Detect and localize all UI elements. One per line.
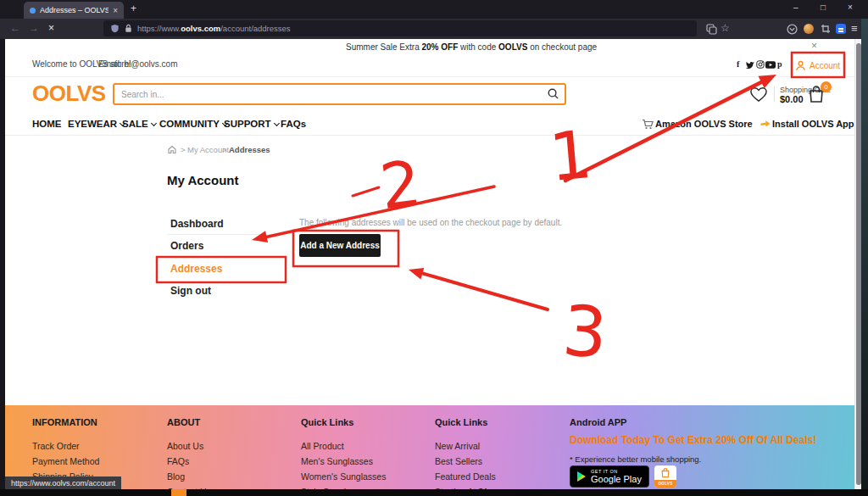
divider xyxy=(774,86,775,102)
chevron-down-icon xyxy=(274,120,280,126)
account-button[interactable]: Account xyxy=(795,56,843,75)
footer-link-payment-method[interactable]: Payment Method xyxy=(32,456,99,466)
pointing-hand-icon xyxy=(760,120,771,129)
sidebar-item-orders[interactable]: Orders xyxy=(170,240,203,252)
footer-column-quick-links-2: Quick Links New Arrival Best Sellers Fea… xyxy=(435,417,562,496)
translate-extension-icon[interactable] xyxy=(836,24,846,34)
desktop-edge xyxy=(861,19,868,496)
menu-hamburger-icon[interactable]: ≡ xyxy=(851,22,858,35)
email-text: Email: hi@oolvs.com xyxy=(98,59,178,69)
oolvs-bag-icon xyxy=(660,467,670,478)
status-url-tooltip: https://www.oolvs.com/account xyxy=(5,476,121,489)
footer-app-promo: Download Today To Get Extra 20% Off Of A… xyxy=(570,434,816,446)
scrollbar[interactable] xyxy=(854,39,861,489)
banner-discount: 20% OFF xyxy=(421,42,458,52)
facebook-icon[interactable]: f xyxy=(737,60,739,69)
search-input[interactable] xyxy=(114,85,565,103)
instagram-icon[interactable] xyxy=(756,60,765,69)
pinterest-icon[interactable]: p xyxy=(777,60,782,69)
google-play-badge[interactable]: GET IT ON Google Play xyxy=(570,465,649,488)
twitter-icon[interactable] xyxy=(745,61,754,69)
tab-title: Addresses – OOLVS xyxy=(40,6,108,14)
bookmark-star-icon[interactable]: ☆ xyxy=(721,22,730,34)
profile-avatar-icon[interactable] xyxy=(804,24,814,34)
footer-link-blog[interactable]: Blog xyxy=(167,471,185,482)
tab-bar: Addresses – OOLVS × + – □ × xyxy=(0,0,868,19)
oolvs-badge-label: OOLVS xyxy=(654,480,676,488)
url-bar[interactable]: https://www.oolvs.com/account/addresses xyxy=(103,20,697,36)
footer-link-womens-sunglasses[interactable]: Women's Sunglasses xyxy=(301,471,386,482)
sidebar-item-addresses[interactable]: Addresses xyxy=(170,263,222,275)
nav-item-faqs[interactable]: FAQs xyxy=(281,119,306,129)
taskbar-strip xyxy=(0,489,868,496)
translate-page-icon[interactable] xyxy=(706,24,717,35)
tracking-shield-icon[interactable] xyxy=(110,24,120,33)
banner-close-icon[interactable]: × xyxy=(811,40,817,52)
window-minimize-button[interactable]: – xyxy=(793,3,798,12)
add-new-address-button[interactable]: Add a New Address xyxy=(299,234,381,257)
taskbar-accent xyxy=(171,489,186,496)
forward-button[interactable]: → xyxy=(29,23,39,33)
youtube-icon[interactable] xyxy=(765,61,776,69)
footer-column-quick-links-1: Quick Links All Product Men's Sunglasses… xyxy=(301,417,428,496)
browser-window: Addresses – OOLVS × + – □ × ← → × https:… xyxy=(0,0,868,496)
sidebar-item-dashboard[interactable]: Dashboard xyxy=(170,218,224,230)
footer-link-best-sellers[interactable]: Best Sellers xyxy=(435,456,482,466)
footer-link-about-us[interactable]: About Us xyxy=(167,441,203,451)
breadcrumb-separator: > xyxy=(181,145,186,154)
promo-banner: Summer Sale Extra 20% OFF with code OOLV… xyxy=(346,42,597,52)
nav-item-community[interactable]: COMMUNITY xyxy=(159,119,227,129)
footer-column-title: Quick Links xyxy=(301,417,428,427)
search-icon[interactable] xyxy=(547,87,559,100)
divider xyxy=(167,256,281,257)
oolvs-app-badge[interactable]: OOLVS xyxy=(654,465,676,488)
cart-count-badge: 0 xyxy=(821,81,832,92)
nav-item-support[interactable]: SUPPORT xyxy=(224,119,279,129)
footer-app-title: Android APP xyxy=(570,417,626,427)
nav-item-label: SUPPORT xyxy=(224,119,271,129)
site-logo[interactable]: OOLVS xyxy=(32,82,106,104)
sidebar-item-sign-out[interactable]: Sign out xyxy=(170,285,211,297)
url-text: https://www.oolvs.com/account/addresses xyxy=(137,24,291,33)
google-play-label: Google Play xyxy=(591,474,642,484)
footer-column-about: ABOUT About Us FAQs Blog Contact Us xyxy=(167,417,294,496)
install-app-link[interactable]: Install OOLVS App xyxy=(772,119,854,129)
footer-link-new-arrival[interactable]: New Arrival xyxy=(435,441,480,451)
browser-tab[interactable]: Addresses – OOLVS × xyxy=(24,2,124,19)
footer-link-all-product[interactable]: All Product xyxy=(301,441,344,451)
new-tab-button[interactable]: + xyxy=(131,3,136,14)
stop-loading-button[interactable]: × xyxy=(48,23,54,33)
nav-item-eyewear[interactable]: EYEWEAR xyxy=(68,119,125,129)
footer-link-mens-sunglasses[interactable]: Men's Sunglasses xyxy=(301,456,373,466)
google-play-get-it-on: GET IT ON xyxy=(591,469,642,475)
account-label: Account xyxy=(810,61,840,70)
breadcrumb-separator: > xyxy=(222,145,227,154)
footer-app-note: * Experience better mobile shopping. xyxy=(570,454,701,464)
footer-link-track-order[interactable]: Track Order xyxy=(32,441,80,451)
wishlist-heart-icon[interactable] xyxy=(749,86,768,103)
page-title: My Account xyxy=(167,173,238,187)
home-icon[interactable] xyxy=(167,144,177,154)
pocket-icon[interactable] xyxy=(787,24,798,35)
nav-item-home[interactable]: HOME xyxy=(32,119,62,129)
chevron-down-icon xyxy=(151,120,157,126)
footer-column-title: INFORMATION xyxy=(32,417,159,427)
footer-link-featured-deals[interactable]: Featured Deals xyxy=(435,471,496,482)
cart-total: $0.00 xyxy=(780,94,804,104)
window-maximize-button[interactable]: □ xyxy=(821,3,826,12)
banner-code: OOLVS xyxy=(498,42,527,52)
window-close-button[interactable]: × xyxy=(848,3,853,12)
search-box xyxy=(113,83,566,105)
divider xyxy=(5,76,854,77)
nav-item-sale[interactable]: SALE xyxy=(122,119,156,129)
url-prefix: https://www. xyxy=(137,24,181,33)
tab-close-icon[interactable]: × xyxy=(113,6,118,15)
google-play-text: GET IT ON Google Play xyxy=(591,469,642,485)
footer-link-faqs[interactable]: FAQs xyxy=(167,456,189,466)
amazon-store-link[interactable]: Amazon OOLVS Store xyxy=(655,119,753,129)
google-play-icon xyxy=(577,471,586,482)
lock-icon[interactable] xyxy=(124,24,133,33)
screenshot-crop-icon[interactable] xyxy=(821,24,831,34)
back-button[interactable]: ← xyxy=(10,23,20,33)
addresses-note: The following addresses will be used on … xyxy=(299,218,562,227)
